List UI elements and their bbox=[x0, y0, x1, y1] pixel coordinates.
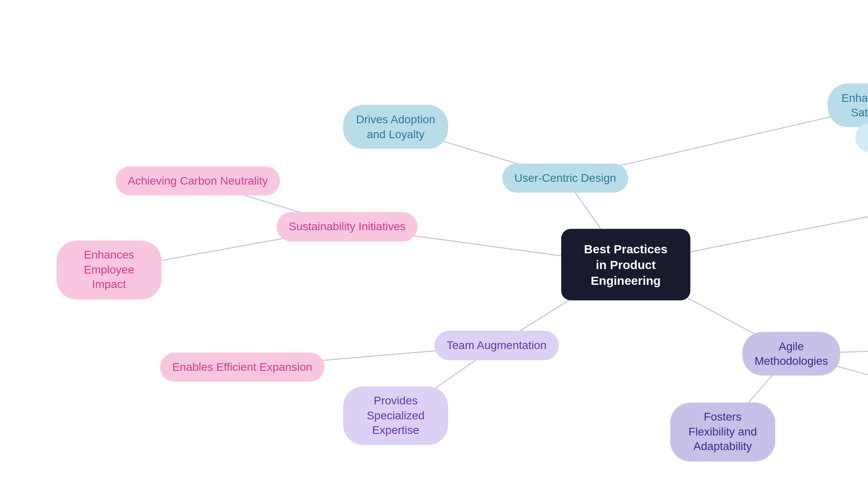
sustainability-initiatives-node[interactable]: Sustainability Initiatives bbox=[277, 212, 417, 241]
achieving-carbon-node[interactable]: Achieving Carbon Neutrality bbox=[115, 166, 280, 196]
team-augmentation-node[interactable]: Team Augmentation bbox=[434, 331, 559, 360]
fosters-flexibility-node[interactable]: Fosters Flexibility and Adaptability bbox=[670, 403, 775, 461]
agile-methodologies-node[interactable]: Agile Methodologies bbox=[742, 332, 840, 376]
drives-adoption-node[interactable]: Drives Adoption and Loyalty bbox=[343, 105, 448, 149]
enables-efficient-node[interactable]: Enables Efficient Expansion bbox=[160, 353, 325, 382]
user-centric-design-node[interactable]: User-Centric Design bbox=[502, 164, 628, 193]
mindmap-container: Best Practices in Product EngineeringUse… bbox=[0, 0, 868, 486]
enhances-user-satisfaction-node[interactable]: Enhances User Satisfaction bbox=[828, 83, 868, 127]
provides-specialized-node[interactable]: Provides Specialized Expertise bbox=[343, 387, 448, 445]
center-node[interactable]: Best Practices in Product Engineering bbox=[561, 229, 690, 300]
sonarqube-node[interactable]: SonarQube bbox=[855, 123, 868, 152]
enhances-employee-node[interactable]: Enhances Employee Impact bbox=[57, 241, 161, 299]
